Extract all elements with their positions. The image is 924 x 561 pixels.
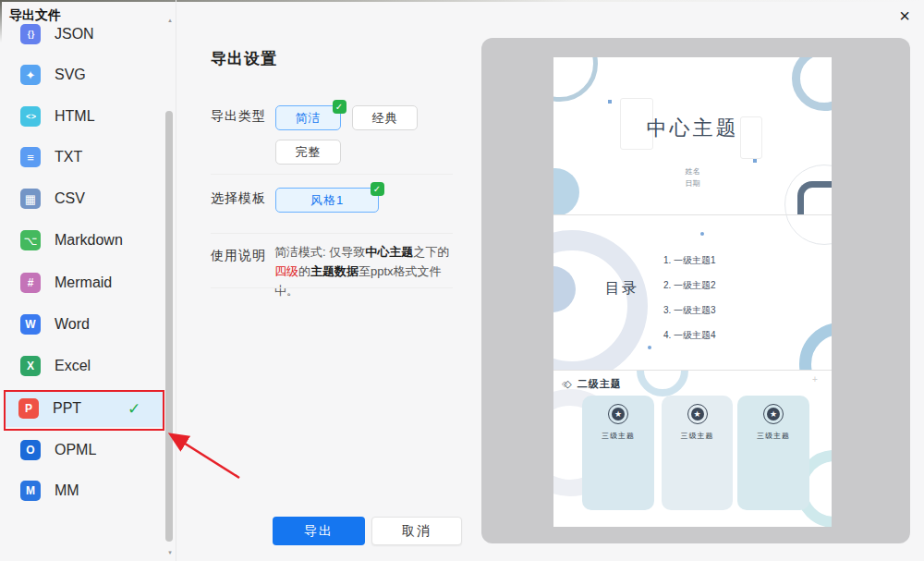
slide2-toc-label: 目录 — [605, 279, 638, 299]
sidebar-item-label: HTML — [55, 108, 95, 125]
sidebar-item-label: OPML — [55, 442, 96, 458]
excel-icon: X — [20, 356, 41, 376]
slide1-name: 姓名 — [553, 166, 832, 177]
sidebar-item-label: TXT — [55, 149, 82, 165]
mm-icon: M — [20, 481, 41, 501]
svg-icon: ✦ — [20, 65, 41, 85]
annotation-highlight-box — [4, 390, 164, 431]
selected-badge-icon: ✓ — [333, 100, 346, 114]
sidebar-scrollbar-thumb[interactable] — [165, 111, 173, 542]
close-icon[interactable]: × — [893, 4, 917, 28]
slide-preview: 中心主题 姓名 日期 目录 1. 一级主题1 2. 一级主题2 3. 一级主题3… — [553, 57, 832, 527]
topic-card: ★ 三级主题 — [737, 396, 809, 510]
slide2-list: 1. 一级主题1 2. 一级主题2 3. 一级主题3 4. 一级主题4 — [663, 254, 716, 342]
section-divider — [211, 174, 453, 175]
diamond-icon: ◇ — [564, 379, 571, 389]
dot-decoration — [608, 100, 612, 104]
card-label: 三级主题 — [602, 431, 635, 441]
sidebar-item-label: CSV — [55, 190, 85, 207]
star-circle-icon: ★ — [763, 404, 784, 424]
section-divider — [211, 287, 453, 288]
slide3-section: + ◇ ◇ 二级主题 ★ 三级主题 ★ 三级主题 ★ 三级主题 — [553, 370, 832, 527]
scrollbar-up-icon[interactable]: ▴ — [165, 17, 175, 24]
sidebar-item-word[interactable]: W Word — [7, 306, 163, 343]
dot-decoration — [700, 232, 704, 236]
slide1-date: 日期 — [553, 178, 832, 189]
window-left-edge — [0, 0, 2, 43]
sidebar-item-label: Excel — [55, 358, 91, 374]
export-button[interactable]: 导出 — [273, 517, 365, 545]
note-prefix: 简洁模式: 仅导致 — [274, 245, 365, 259]
sidebar-item-mermaid[interactable]: # Mermaid — [7, 264, 163, 301]
star-circle-icon: ★ — [608, 404, 628, 424]
sidebar-item-markdown[interactable]: ⌥ Markdown — [7, 222, 163, 259]
star-circle-icon: ★ — [687, 404, 708, 424]
note-strong: 中心主题 — [365, 245, 413, 259]
export-button-label: 导出 — [304, 523, 334, 540]
toc-item: 2. 一级主题2 — [663, 279, 716, 292]
selected-badge-icon: ✓ — [371, 182, 384, 196]
note-strong: 主题数据 — [310, 264, 359, 278]
dot-decoration — [648, 346, 651, 349]
sidebar-item-csv[interactable]: ▦ CSV — [7, 180, 163, 217]
sidebar-item-html[interactable]: < > HTML — [7, 98, 163, 135]
template-option-style1[interactable]: 风格1 ✓ — [275, 188, 379, 213]
instructions-label: 使用说明 — [211, 248, 266, 264]
circle-decoration — [799, 323, 832, 370]
circle-decoration — [784, 214, 832, 245]
topic-card: ★ 三级主题 — [662, 396, 733, 510]
topic-card: ★ 三级主题 — [582, 396, 654, 510]
cancel-button[interactable]: 取消 — [371, 517, 462, 545]
sidebar-divider — [176, 0, 176, 561]
word-icon: W — [20, 314, 41, 335]
scrollbar-down-icon[interactable]: ▾ — [165, 549, 175, 556]
toc-item: 4. 一级主题4 — [663, 329, 716, 342]
sidebar-item-excel[interactable]: X Excel — [7, 348, 163, 384]
slide3-header-label: 二级主题 — [578, 377, 622, 391]
sidebar-item-label: MM — [55, 482, 79, 499]
sidebar-item-mm[interactable]: M MM — [7, 472, 163, 509]
plus-decoration: + — [812, 374, 818, 384]
markdown-icon: ⌥ — [20, 230, 41, 250]
circle-decoration — [792, 57, 832, 111]
sidebar-item-label: Word — [55, 316, 90, 333]
note-mid: 之下的 — [413, 245, 449, 259]
sidebar-item-label: Mermaid — [55, 274, 112, 291]
dot-decoration — [753, 159, 757, 163]
sidebar-item-label: SVG — [55, 67, 86, 83]
sidebar-item-opml[interactable]: O OPML — [7, 432, 163, 469]
sidebar-item-label: Markdown — [55, 232, 123, 249]
json-icon: { } — [20, 24, 41, 44]
slide1-title: 中心主题 — [553, 115, 832, 142]
toc-item: 1. 一级主题1 — [663, 254, 716, 267]
opml-icon: O — [20, 440, 41, 460]
export-type-option-wanzheng[interactable]: 完整 — [275, 140, 341, 165]
template-label: 选择模板 — [211, 190, 266, 207]
circle-decoration — [553, 57, 598, 102]
sidebar-item-json[interactable]: { } JSON — [7, 16, 163, 53]
sidebar-item-label: JSON — [55, 26, 94, 43]
option-label: 经典 — [372, 110, 398, 127]
card-label: 三级主题 — [681, 431, 714, 441]
export-type-label: 导出类型 — [211, 108, 266, 125]
sidebar-item-svg[interactable]: ✦ SVG — [7, 56, 163, 93]
star-icon: ★ — [691, 408, 704, 421]
section-divider — [211, 233, 453, 234]
instructions-text: 简洁模式: 仅导致中心主题之下的四级的主题数据至pptx格式文件中。 — [274, 242, 457, 300]
sidebar-item-txt[interactable]: ≡ TXT — [7, 139, 163, 176]
option-label: 完整 — [296, 144, 322, 161]
option-label: 简洁 — [296, 110, 322, 127]
window-top-edge — [0, 0, 924, 2]
cancel-button-label: 取消 — [402, 523, 432, 540]
option-label: 风格1 — [310, 192, 344, 209]
export-type-option-jianjie[interactable]: 简洁 ✓ — [275, 105, 341, 130]
settings-heading: 导出设置 — [211, 48, 277, 69]
slide3-header: ◇ ◇ 二级主题 — [562, 377, 622, 391]
toc-item: 3. 一级主题3 — [663, 304, 716, 317]
star-icon: ★ — [767, 408, 780, 421]
note-red: 四级 — [274, 264, 298, 278]
slide1-cover: 中心主题 姓名 日期 — [553, 57, 832, 214]
txt-icon: ≡ — [20, 147, 41, 167]
circle-decoration — [637, 370, 688, 396]
export-type-option-jingdian[interactable]: 经典 — [352, 105, 418, 130]
